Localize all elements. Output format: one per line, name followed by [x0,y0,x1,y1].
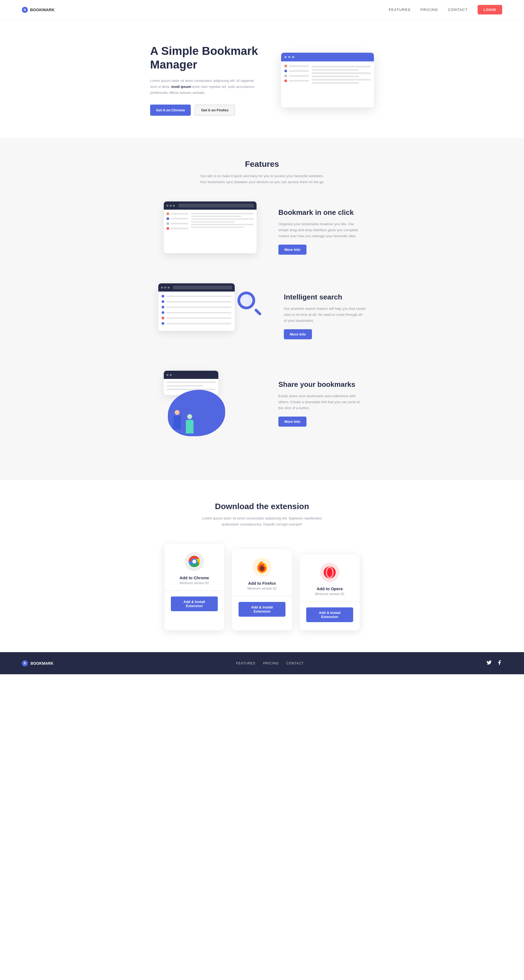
nav-link-features[interactable]: FEATURES [389,8,410,12]
share-figures [173,410,194,433]
opera-version: Minimum version 62 [306,592,353,596]
search-browser-bar [158,283,235,291]
chrome-divider [164,590,224,591]
svg-point-6 [260,566,264,571]
browser-dot-1 [284,56,287,58]
feat-dot-1 [167,205,168,207]
feat-mline-4 [191,221,235,223]
search-urlbar [173,286,232,290]
svg-point-8 [324,566,336,578]
search-item-3 [162,306,232,309]
line-2 [289,70,309,72]
facebook-icon[interactable] [497,660,502,667]
share-line-1 [167,382,216,383]
footer-link-features[interactable]: FEATURES [236,662,256,665]
search-item-line-2 [167,301,232,302]
feat-dot-blue [167,217,169,220]
search-item-dot-1 [162,295,164,298]
feat-line-4 [171,228,188,229]
search-item-dot-4 [162,311,164,314]
figure-2 [186,414,194,433]
features-section: Features Our aim is to make it quick and… [0,138,524,480]
get-firefox-button[interactable]: Get it on Firefox [195,105,235,116]
firefox-divider [232,596,292,597]
dot-purple-icon [284,70,287,72]
dot-orange-icon [284,65,287,67]
opera-card: Add to Opera Minimum version 62 Add & In… [300,555,360,630]
opera-name: Add to Opera [306,586,353,591]
feature-1-description: Organize your bookmarks however you like… [278,221,360,239]
search-item-line-5 [167,318,232,319]
feat-si-3 [167,222,188,225]
main-line-6 [312,82,359,84]
feature-2-text: Intelligent search Our powerful search f… [284,293,366,339]
get-chrome-button[interactable]: Get it on Chrome [150,105,191,116]
feat-line-3 [171,223,188,224]
figure-1-head [175,410,179,415]
feat-browser-bar-1 [164,202,257,210]
hero-title: A Simple Bookmark Manager [150,44,259,72]
chrome-add-button[interactable]: Add & Install Extension [171,597,218,611]
dot-red-icon [284,80,287,82]
firefox-card: Add to Firefox Minimum version 62 Add & … [232,549,292,630]
facebook-svg [497,660,502,665]
feat-body-1 [164,210,257,235]
search-item-line-3 [167,307,232,308]
firefox-add-button[interactable]: Add & Install Extension [238,602,286,617]
feat-dot-orange [167,212,169,215]
feature-row-2: Intelligent search Our powerful search f… [98,283,426,349]
feat-si-2 [167,217,188,220]
feat-mline-2 [191,216,241,217]
browser-item-1 [284,65,309,67]
footer: B BOOKMARK FEATURES PRICING CONTACT [0,652,524,674]
firefox-icon [252,557,272,576]
hero-section: A Simple Bookmark Manager Lorem ipsum do… [0,20,524,138]
feat-si-4 [167,227,188,230]
hero-buttons: Get it on Chrome Get it on Firefox [150,105,259,116]
chrome-name: Add to Chrome [171,576,218,580]
browser-main [312,65,371,84]
feature-3-title: Share your bookmarks [278,380,360,389]
feat-line-2 [171,218,188,220]
feat-mline-1 [191,213,254,214]
nav-links: FEATURES PRICING CONTACT LOGIN [389,5,502,14]
footer-link-contact[interactable]: CONTACT [286,662,304,665]
browser-dot-3 [292,56,294,58]
search-item-4 [162,311,232,314]
features-description: Our aim is to make it quick and easy for… [197,173,327,185]
logo-text: BOOKMARK [30,7,55,12]
nav-link-pricing[interactable]: PRICING [421,8,438,12]
share-dot-2 [170,374,171,376]
footer-links: FEATURES PRICING CONTACT [236,662,304,665]
feature-2-more-info-button[interactable]: More Info [284,329,312,339]
firefox-version: Minimum version 62 [238,587,286,590]
svg-point-2 [192,560,196,563]
share-dot-1 [167,374,168,376]
download-title: Download the extension [22,502,502,511]
firefox-svg [252,557,272,576]
search-dot-1 [161,286,163,288]
feature-1-more-info-button[interactable]: More Info [278,245,306,255]
feature-1-title: Bookmark in one click [278,208,360,217]
firefox-name: Add to Firefox [238,581,286,585]
main-line-2 [312,69,359,71]
chrome-card: Add to Chrome Minimum version 62 Add & I… [164,544,224,630]
feature-row-1: Bookmark in one click Organize your book… [98,202,426,261]
chrome-icon [185,552,204,571]
hero-image [281,52,374,107]
twitter-icon[interactable] [486,660,492,667]
magnifier-handle [254,308,262,316]
hero-bold-text: modi ipsum [171,84,191,89]
feature-3-more-info-button[interactable]: More Info [278,417,306,427]
login-button[interactable]: LOGIN [478,5,502,14]
nav-link-contact[interactable]: CONTACT [448,8,467,12]
dot-gray-icon [284,75,287,77]
feat-sidebar-1 [167,212,188,232]
download-description: Lorem ipsum dolor sit amet consectetur a… [197,515,327,527]
footer-link-pricing[interactable]: PRICING [263,662,279,665]
figure-1 [173,410,181,433]
extension-cards: Add to Chrome Minimum version 62 Add & I… [22,544,502,630]
opera-add-button[interactable]: Add & Install Extension [306,608,353,622]
feat-main-1 [191,212,254,232]
search-item-line-4 [167,312,232,313]
